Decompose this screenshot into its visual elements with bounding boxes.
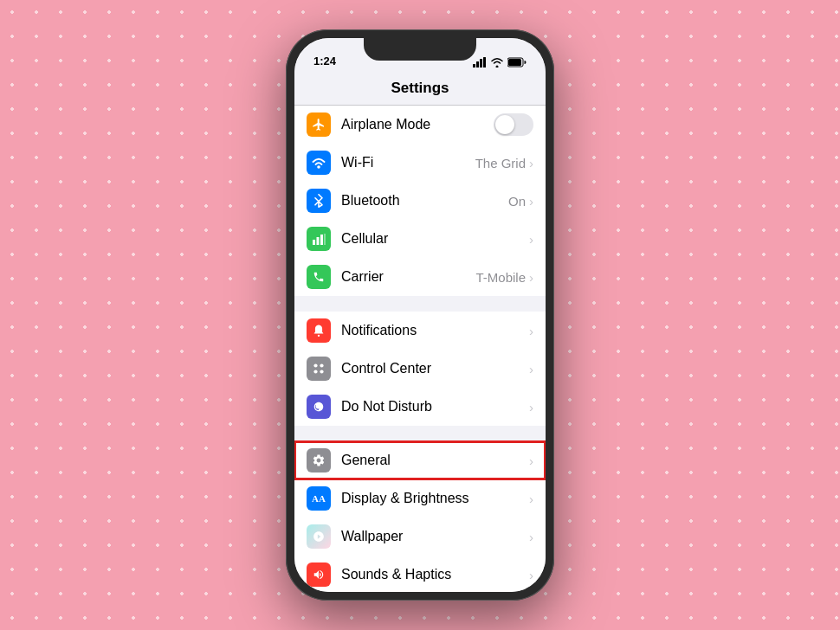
display-brightness-icon: AA — [307, 486, 331, 511]
do-not-disturb-chevron: › — [529, 400, 533, 415]
do-not-disturb-icon — [307, 395, 331, 419]
sounds-haptics-label: Sounds & Haptics — [341, 567, 529, 582]
phone-device: 1:24 — [286, 29, 554, 601]
separator-2 — [294, 426, 546, 441]
status-icons — [473, 57, 527, 68]
svg-point-14 — [313, 370, 317, 373]
row-sounds-haptics[interactable]: Sounds & Haptics › — [294, 556, 546, 592]
control-center-icon — [307, 357, 331, 381]
signal-icon — [473, 57, 487, 68]
svg-point-13 — [320, 363, 323, 367]
wallpaper-chevron: › — [529, 530, 533, 544]
toggle-knob — [495, 115, 514, 134]
svg-rect-3 — [483, 57, 486, 68]
bluetooth-chevron: › — [529, 194, 533, 209]
bluetooth-label: Bluetooth — [341, 193, 508, 209]
general-label: General — [341, 453, 529, 468]
sounds-haptics-icon — [307, 562, 331, 587]
airplane-mode-toggle[interactable] — [494, 113, 533, 136]
wifi-value: The Grid — [475, 156, 526, 170]
status-time: 1:24 — [313, 55, 336, 68]
svg-rect-9 — [320, 235, 323, 245]
phone-notch — [364, 38, 476, 61]
wallpaper-label: Wallpaper — [341, 529, 529, 544]
bluetooth-value: On — [508, 194, 526, 209]
row-airplane-mode[interactable]: Airplane Mode — [294, 106, 546, 144]
row-display-brightness[interactable]: AA Display & Brightness › — [294, 479, 546, 518]
notifications-icon — [307, 318, 331, 343]
sounds-haptics-chevron: › — [529, 568, 533, 582]
wifi-chevron: › — [529, 156, 533, 170]
carrier-icon — [307, 265, 331, 289]
svg-rect-7 — [313, 240, 315, 245]
row-cellular[interactable]: Cellular › — [294, 220, 546, 258]
svg-point-12 — [313, 363, 317, 367]
wifi-settings-icon — [307, 151, 331, 175]
navigation-bar: Settings — [294, 71, 546, 106]
wifi-label: Wi-Fi — [341, 155, 475, 170]
notifications-label: Notifications — [341, 323, 529, 338]
row-notifications[interactable]: Notifications › — [294, 312, 546, 350]
svg-rect-10 — [324, 234, 326, 245]
phone-screen: 1:24 — [294, 38, 546, 592]
page-title: Settings — [391, 80, 449, 97]
bluetooth-icon — [307, 189, 331, 213]
airplane-mode-label: Airplane Mode — [341, 117, 494, 132]
svg-point-15 — [320, 370, 323, 373]
section-system: Notifications › Control Center › — [294, 312, 546, 426]
general-chevron: › — [529, 453, 533, 468]
row-carrier[interactable]: Carrier T-Mobile › — [294, 258, 546, 296]
row-general[interactable]: General › — [294, 441, 546, 479]
svg-point-6 — [317, 165, 320, 169]
display-brightness-chevron: › — [529, 492, 533, 506]
cellular-label: Cellular — [341, 231, 529, 247]
svg-point-11 — [318, 335, 320, 337]
display-brightness-label: Display & Brightness — [341, 491, 529, 506]
row-control-center[interactable]: Control Center › — [294, 350, 546, 388]
battery-icon — [507, 57, 527, 68]
cellular-icon — [307, 227, 331, 251]
row-wifi[interactable]: Wi-Fi The Grid › — [294, 144, 546, 182]
svg-rect-8 — [317, 237, 320, 245]
row-wallpaper[interactable]: Wallpaper › — [294, 518, 546, 556]
settings-list[interactable]: Airplane Mode Wi-Fi The — [294, 106, 546, 592]
control-center-label: Control Center — [341, 361, 529, 376]
carrier-chevron: › — [529, 270, 533, 285]
cellular-chevron: › — [529, 232, 533, 247]
section-general: General › — [294, 441, 546, 479]
svg-rect-1 — [476, 61, 479, 68]
svg-rect-0 — [473, 64, 475, 68]
svg-rect-5 — [508, 59, 521, 66]
carrier-label: Carrier — [341, 269, 475, 285]
notifications-chevron: › — [529, 324, 533, 338]
wifi-icon — [490, 57, 504, 68]
control-center-chevron: › — [529, 362, 533, 376]
wallpaper-icon — [307, 524, 331, 549]
section-connectivity: Airplane Mode Wi-Fi The — [294, 106, 546, 296]
separator-1 — [294, 296, 546, 312]
svg-rect-2 — [480, 59, 482, 68]
carrier-value: T-Mobile — [475, 270, 526, 285]
row-do-not-disturb[interactable]: Do Not Disturb › — [294, 388, 546, 426]
row-bluetooth[interactable]: Bluetooth On › — [294, 182, 546, 220]
section-display: AA Display & Brightness › Wallpaper › — [294, 479, 546, 592]
do-not-disturb-label: Do Not Disturb — [341, 399, 529, 415]
airplane-mode-icon — [307, 112, 331, 137]
general-icon — [307, 448, 331, 472]
